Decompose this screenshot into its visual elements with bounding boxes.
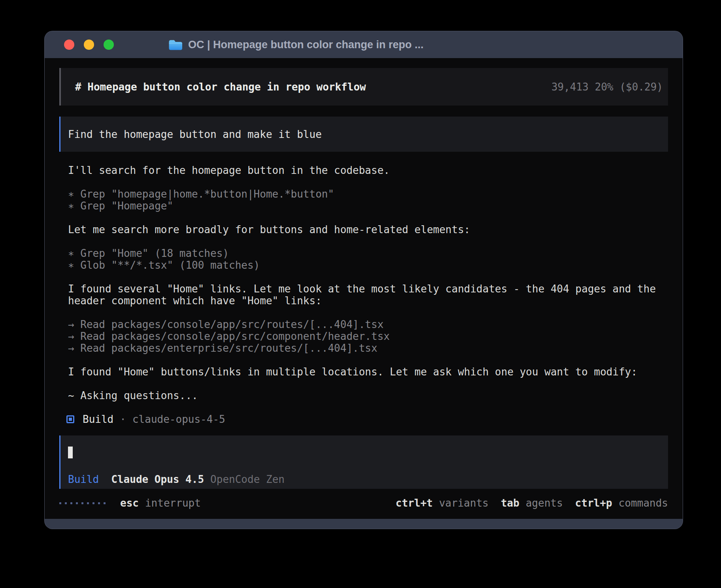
- hint-label: agents: [526, 497, 563, 509]
- spinner-dot: [92, 502, 94, 504]
- context-usage: 20% ($0.29): [595, 81, 663, 93]
- tool-call-line: ∗ Grep "homepage|home.*button|Home.*butt…: [68, 188, 668, 200]
- minimize-button[interactable]: [84, 40, 94, 50]
- assistant-text-block: I found "Home" buttons/links in multiple…: [68, 366, 668, 378]
- spinner-dot: [65, 502, 67, 504]
- session-title: # Homepage button color change in repo w…: [75, 81, 366, 93]
- hint-label-interrupt: interrupt: [145, 497, 201, 509]
- spinner-dot: [104, 502, 106, 504]
- assistant-text-line: Let me search more broadly for buttons a…: [68, 224, 668, 236]
- spinner-dot: [81, 502, 83, 504]
- folder-icon: [168, 39, 183, 51]
- titlebar: OC | Homepage button color change in rep…: [45, 31, 683, 58]
- status-bar-hints-right: ctrl+tvariantstabagentsctrl+pcommands: [396, 497, 668, 509]
- model-bar-model: Claude Opus 4.5: [111, 473, 204, 485]
- tool-call-block: → Read packages/console/app/src/routes/[…: [68, 318, 668, 354]
- badge-model-name: claude-opus-4-5: [132, 413, 225, 425]
- assistant-text-block: Let me search more broadly for buttons a…: [68, 224, 668, 236]
- hint-interrupt: esc interrupt: [120, 497, 201, 509]
- badge-separator: ·: [120, 413, 126, 425]
- session-header: # Homepage button color change in repo w…: [59, 68, 668, 106]
- user-message: Find the homepage button and make it blu…: [59, 117, 668, 152]
- tool-call-line: ∗ Grep "Homepage": [68, 200, 668, 212]
- assistant-text-block: ~ Asking questions...: [68, 390, 668, 401]
- model-bar-provider: OpenCode Zen: [210, 473, 285, 485]
- tool-call-line: → Read packages/console/app/src/componen…: [68, 330, 668, 342]
- assistant-text-line: ~ Asking questions...: [68, 390, 668, 401]
- model-bar: Build Claude Opus 4.5 OpenCode Zen: [68, 473, 663, 485]
- hint-commands: ctrl+pcommands: [575, 497, 668, 509]
- user-message-text: Find the homepage button and make it blu…: [68, 128, 322, 140]
- tool-call-block: ∗ Grep "Home" (18 matches)∗ Glob "**/*.t…: [68, 247, 668, 271]
- terminal-window: OC | Homepage button color change in rep…: [45, 31, 683, 529]
- hint-key: tab: [501, 497, 519, 509]
- spinner-dot: [87, 502, 89, 504]
- tool-call-line: → Read packages/enterprise/src/routes/[.…: [68, 342, 668, 354]
- tool-call-line: → Read packages/console/app/src/routes/[…: [68, 318, 668, 330]
- spinner-dot: [59, 502, 61, 504]
- window-title: OC | Homepage button color change in rep…: [188, 39, 424, 51]
- model-bar-agent: Build: [68, 473, 99, 485]
- assistant-text-line: I'll search for the homepage button in t…: [68, 164, 668, 176]
- status-bar: esc interrupt ctrl+tvariantstabagentsctr…: [59, 497, 668, 509]
- hint-label: variants: [439, 497, 489, 509]
- agent-status-badge: Build · claude-opus-4-5: [66, 413, 668, 425]
- hint-agents: tabagents: [501, 497, 563, 509]
- spinner-dot: [70, 502, 72, 504]
- prompt-input[interactable]: Build Claude Opus 4.5 OpenCode Zen: [59, 435, 668, 489]
- hint-key: ctrl+t: [396, 497, 433, 509]
- session-stats: 39,413 20% ($0.29): [551, 81, 663, 93]
- hint-variants: ctrl+tvariants: [396, 497, 489, 509]
- assistant-text-line: I found several "Home" links. Let me loo…: [68, 283, 668, 295]
- spinner-dot: [98, 502, 100, 504]
- terminal-content: # Homepage button color change in repo w…: [45, 58, 683, 519]
- text-cursor: [68, 447, 73, 458]
- assistant-text-block: I'll search for the homepage button in t…: [68, 164, 668, 176]
- hint-key-esc: esc: [120, 497, 139, 509]
- tool-call-line: ∗ Grep "Home" (18 matches): [68, 247, 668, 259]
- spinner-dot: [76, 502, 78, 504]
- assistant-text-block: I found several "Home" links. Let me loo…: [68, 283, 668, 307]
- token-count: 39,413: [551, 81, 589, 93]
- hint-label: commands: [619, 497, 668, 509]
- agent-icon: [66, 415, 74, 423]
- assistant-text-line: header component which have "Home" links…: [68, 295, 668, 307]
- zoom-button[interactable]: [104, 40, 114, 50]
- agent-name: Build: [83, 413, 113, 425]
- close-button[interactable]: [64, 40, 74, 50]
- tool-call-line: ∗ Glob "**/*.tsx" (100 matches): [68, 259, 668, 271]
- hint-key: ctrl+p: [575, 497, 612, 509]
- conversation: I'll search for the homepage button in t…: [68, 164, 668, 401]
- spinner-dots: [59, 502, 106, 504]
- assistant-text-line: I found "Home" buttons/links in multiple…: [68, 366, 668, 378]
- tool-call-block: ∗ Grep "homepage|home.*button|Home.*butt…: [68, 188, 668, 212]
